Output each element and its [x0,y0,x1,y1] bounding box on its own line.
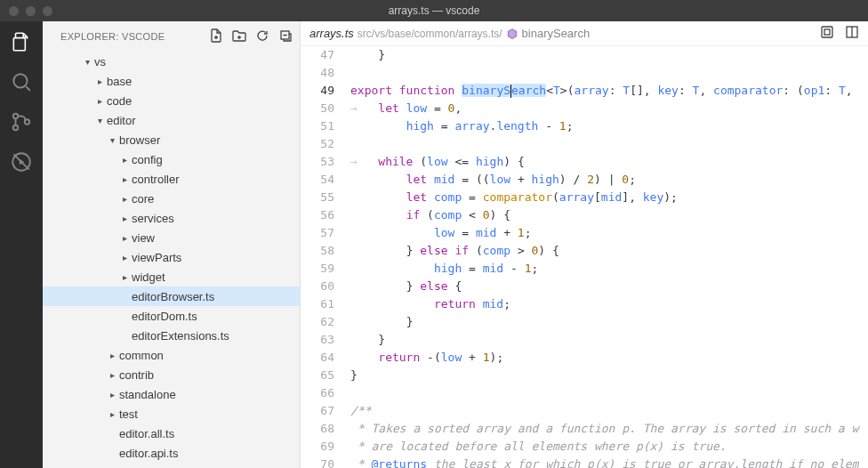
tree-item[interactable]: editor.main.ts [43,463,300,468]
chevron-down-icon[interactable]: ▾ [105,135,119,145]
chevron-right-icon[interactable]: ▸ [117,155,132,165]
method-icon [506,28,518,40]
tree-item[interactable]: ▸view [43,228,300,247]
tree-item[interactable]: editor.api.ts [43,443,300,463]
tree-item-label: config [132,153,163,166]
chevron-right-icon[interactable]: ▸ [117,194,132,204]
tree-item[interactable]: ▸config [43,149,300,169]
new-file-icon[interactable] [209,28,223,44]
explorer-header: EXPLORER: VSCODE [43,21,300,52]
tree-item[interactable]: ▸widget [43,267,300,286]
tree-item[interactable]: ▾vs [43,52,300,71]
activity-bar [0,21,43,468]
tree-item[interactable]: ▸base [43,71,300,91]
explorer-icon[interactable] [10,30,33,56]
breadcrumb-path[interactable]: src/vs/base/common/arrays.ts/ [358,28,502,40]
chevron-down-icon[interactable]: ▾ [92,116,107,125]
tree-item-label: common [119,349,164,362]
editor-actions [820,25,859,42]
chevron-right-icon[interactable]: ▸ [92,96,107,106]
tree-item-label: standalone [119,388,176,401]
open-changes-icon[interactable] [820,25,834,42]
window-title: arrays.ts — vscode [389,4,480,17]
code-editor[interactable]: 4748495051525354555657585960616263646566… [301,46,868,468]
tree-item-label: test [119,407,138,421]
tree-item[interactable]: editorDom.ts [43,306,300,326]
chevron-right-icon[interactable]: ▸ [117,233,132,243]
svg-rect-7 [822,27,832,37]
chevron-right-icon[interactable]: ▸ [105,351,119,360]
svg-point-1 [13,74,27,87]
tree-item-label: vs [94,55,106,69]
source-control-icon[interactable] [10,110,33,136]
file-tree[interactable]: ▾vs▸base▸code▾editor▾browser▸config▸cont… [43,52,300,468]
tree-item-label: services [132,212,174,225]
tree-item-label: editorDom.ts [132,310,197,323]
chevron-right-icon[interactable]: ▸ [105,370,119,380]
explorer-title: EXPLORER: VSCODE [60,31,165,42]
tree-item[interactable]: ▸common [43,345,300,365]
explorer-actions [209,28,293,44]
close-window-icon[interactable] [9,6,19,16]
tree-item[interactable]: ▸contrib [43,365,300,384]
titlebar[interactable]: arrays.ts — vscode [0,0,868,21]
split-editor-icon[interactable] [845,25,859,42]
explorer-sidebar: EXPLORER: VSCODE ▾vs▸base▸code▾editor▾br… [43,21,301,468]
line-number-gutter: 4748495051525354555657585960616263646566… [301,46,350,468]
tree-item[interactable]: ▸core [43,189,300,208]
chevron-right-icon[interactable]: ▸ [117,174,132,184]
minimize-window-icon[interactable] [26,6,36,16]
tree-item[interactable]: editorExtensions.ts [43,326,300,345]
tree-item-label: editor.all.ts [119,427,174,440]
svg-rect-8 [824,29,830,35]
chevron-right-icon[interactable]: ▸ [105,390,119,399]
tree-item-label: core [132,192,154,206]
refresh-icon[interactable] [255,28,269,44]
breadcrumb-symbol-label: binarySearch [522,27,591,40]
svg-point-4 [25,119,29,124]
tree-item[interactable]: ▸controller [43,169,300,189]
breadcrumb-symbol[interactable]: binarySearch [506,27,591,40]
new-folder-icon[interactable] [232,28,246,44]
breadcrumb-file[interactable]: arrays.ts [309,27,354,40]
tree-item-label: contrib [119,368,154,382]
chevron-right-icon[interactable]: ▸ [117,272,132,282]
tree-item[interactable]: editorBrowser.ts [43,286,300,306]
svg-point-2 [13,114,18,118]
tree-item-label: editorBrowser.ts [132,290,214,303]
tree-item[interactable]: ▸standalone [43,384,300,404]
tree-item[interactable]: editor.all.ts [43,424,300,443]
tree-item-label: viewParts [132,251,181,264]
debug-icon[interactable] [10,150,33,176]
tree-item-label: view [132,231,155,245]
tree-item-label: editor.api.ts [119,447,179,460]
chevron-right-icon[interactable]: ▸ [92,77,107,86]
window-controls [0,6,52,16]
tree-item-label: editorExtensions.ts [132,329,229,343]
tree-item-label: controller [132,173,179,186]
chevron-right-icon[interactable]: ▸ [117,253,132,262]
tree-item[interactable]: ▸test [43,404,300,424]
tree-item[interactable]: ▾editor [43,110,300,130]
tree-item-label: editor [107,114,136,127]
tree-item[interactable]: ▸code [43,91,300,110]
tree-item[interactable]: ▾browser [43,130,300,149]
tree-item-label: widget [132,270,165,284]
code-content[interactable]: }export function binarySearch<T>(array: … [350,46,868,468]
chevron-right-icon[interactable]: ▸ [105,409,119,419]
tree-item[interactable]: ▸services [43,208,300,228]
svg-rect-0 [13,38,25,51]
chevron-down-icon[interactable]: ▾ [80,57,94,67]
tree-item[interactable]: ▸viewParts [43,247,300,267]
search-icon[interactable] [10,70,33,96]
breadcrumbs[interactable]: arrays.ts src/vs/base/common/arrays.ts/ … [301,21,868,46]
tree-item-label: base [107,75,132,88]
collapse-all-icon[interactable] [278,28,293,44]
editor-area: arrays.ts src/vs/base/common/arrays.ts/ … [301,21,868,468]
svg-point-3 [13,125,18,130]
chevron-right-icon[interactable]: ▸ [117,214,132,223]
tree-item-label: browser [119,133,160,147]
tree-item-label: code [107,94,132,108]
maximize-window-icon[interactable] [43,6,52,16]
